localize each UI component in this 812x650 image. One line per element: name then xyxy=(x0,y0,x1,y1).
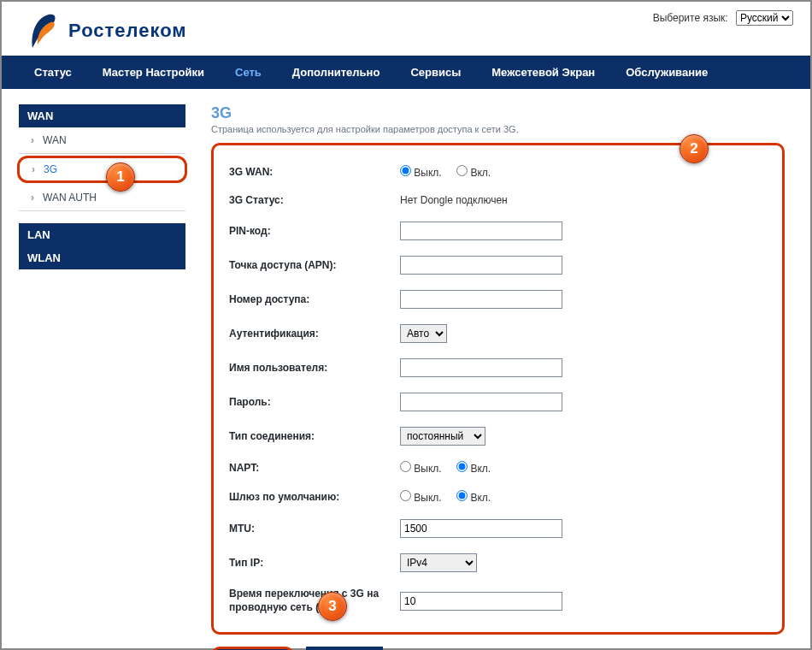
settings-form: 3G WAN: Выкл. Вкл. 3G Статус: Нет Dongle… xyxy=(211,143,785,635)
radio-napt-on[interactable] xyxy=(456,461,468,472)
label-switch-time: Время переключения с 3G на проводную сет… xyxy=(229,588,400,614)
sidebar-group-lan[interactable]: LAN xyxy=(19,223,185,246)
page-description: Страница используется для настройки пара… xyxy=(211,124,785,134)
sidebar-item-wan[interactable]: WAN xyxy=(19,127,185,154)
reset-button[interactable]: Сбросить xyxy=(306,647,383,650)
label-3g-wan: 3G WAN: xyxy=(229,166,400,178)
label-3g-status: 3G Статус: xyxy=(229,194,400,206)
label-pin: PIN-код: xyxy=(229,225,400,237)
callout-2: 2 xyxy=(680,134,709,163)
label-napt: NAPT: xyxy=(229,462,400,474)
label-dial-number: Номер доступа: xyxy=(229,293,400,305)
label-connection-type: Тип соединения: xyxy=(229,430,400,442)
input-switch-time[interactable] xyxy=(400,592,562,611)
radio-gateway-on[interactable] xyxy=(456,490,468,501)
nav-services[interactable]: Сервисы xyxy=(395,56,476,88)
input-pin[interactable] xyxy=(400,222,562,240)
brand-logo: Ростелеком xyxy=(27,10,187,51)
nav-wizard[interactable]: Мастер Настройки xyxy=(87,56,220,88)
input-mtu[interactable] xyxy=(400,519,562,538)
radio-gateway-off[interactable] xyxy=(400,490,411,501)
label-default-gateway: Шлюз по умолчанию: xyxy=(229,491,400,503)
input-apn[interactable] xyxy=(400,256,562,275)
brand-name: Ростелеком xyxy=(68,20,187,42)
select-connection-type[interactable]: постоянный xyxy=(400,427,485,446)
select-ip-type[interactable]: IPv4 xyxy=(400,553,477,572)
input-dial-number[interactable] xyxy=(400,290,562,309)
sidebar-item-3g[interactable]: 3G xyxy=(17,156,187,183)
label-username: Имя пользователя: xyxy=(229,362,400,374)
sidebar-group-wan[interactable]: WAN xyxy=(19,104,185,127)
label-mtu: MTU: xyxy=(229,523,400,535)
logo-icon xyxy=(27,10,62,51)
nav-firewall[interactable]: Межсетевой Экран xyxy=(476,56,610,88)
language-select[interactable]: Русский xyxy=(736,10,793,26)
radio-3g-wan-off[interactable] xyxy=(400,165,411,176)
sidebar-item-wan-auth[interactable]: WAN AUTH xyxy=(19,185,185,211)
radio-3g-wan-on[interactable] xyxy=(456,165,468,176)
apply-button[interactable]: Применить xyxy=(211,647,294,650)
nav-network[interactable]: Сеть xyxy=(220,56,277,88)
label-apn: Точка доступа (APN): xyxy=(229,259,400,271)
value-3g-status: Нет Dongle подключен xyxy=(400,194,767,206)
nav-status[interactable]: Статус xyxy=(19,56,87,88)
callout-1: 1 xyxy=(106,162,135,192)
input-password[interactable] xyxy=(400,393,562,411)
top-nav: Статус Мастер Настройки Сеть Дополнитель… xyxy=(2,56,810,89)
page-title: 3G xyxy=(211,104,785,122)
radio-napt-off[interactable] xyxy=(400,461,411,472)
sidebar-group-wlan[interactable]: WLAN xyxy=(19,246,185,269)
input-username[interactable] xyxy=(400,358,562,377)
nav-advanced[interactable]: Дополнительно xyxy=(277,56,396,88)
nav-maintenance[interactable]: Обслуживание xyxy=(610,56,723,88)
language-label: Выберите язык: xyxy=(653,12,728,24)
label-ip-type: Тип IP: xyxy=(229,557,400,569)
sidebar: WAN WAN 3G WAN AUTH LAN WLAN xyxy=(19,104,185,650)
callout-3: 3 xyxy=(318,592,347,621)
label-auth: Аутентификация: xyxy=(229,328,400,340)
select-auth[interactable]: Авто xyxy=(400,324,447,343)
label-password: Пароль: xyxy=(229,396,400,408)
